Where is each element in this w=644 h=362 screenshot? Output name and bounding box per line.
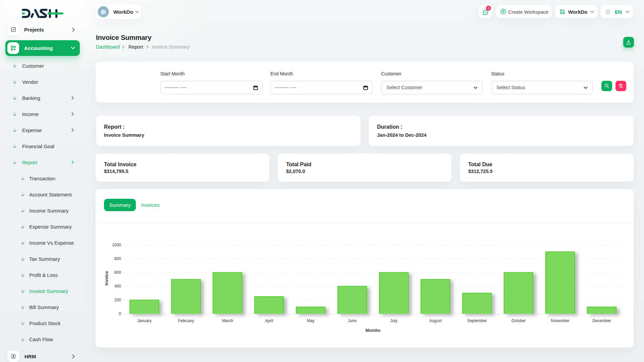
svg-text:November: November [551,318,569,323]
svg-text:September: September [467,318,487,323]
svg-text:July: July [390,318,397,323]
svg-text:June: June [348,318,357,323]
svg-text:January: January [137,318,152,323]
svg-text:December: December [592,318,611,323]
svg-text:May: May [307,318,315,323]
svg-text:400: 400 [114,284,121,289]
svg-text:200: 200 [114,298,121,302]
svg-text:Months: Months [366,328,380,333]
svg-text:April: April [265,318,273,323]
svg-text:800: 800 [114,256,121,261]
svg-text:March: March [222,318,233,323]
svg-text:October: October [512,318,526,323]
svg-text:February: February [178,318,194,323]
svg-text:1000: 1000 [112,243,121,247]
svg-text:Invoice: Invoice [104,271,109,285]
svg-text:600: 600 [114,270,121,275]
svg-text:0: 0 [119,311,121,316]
svg-text:August: August [429,318,442,323]
